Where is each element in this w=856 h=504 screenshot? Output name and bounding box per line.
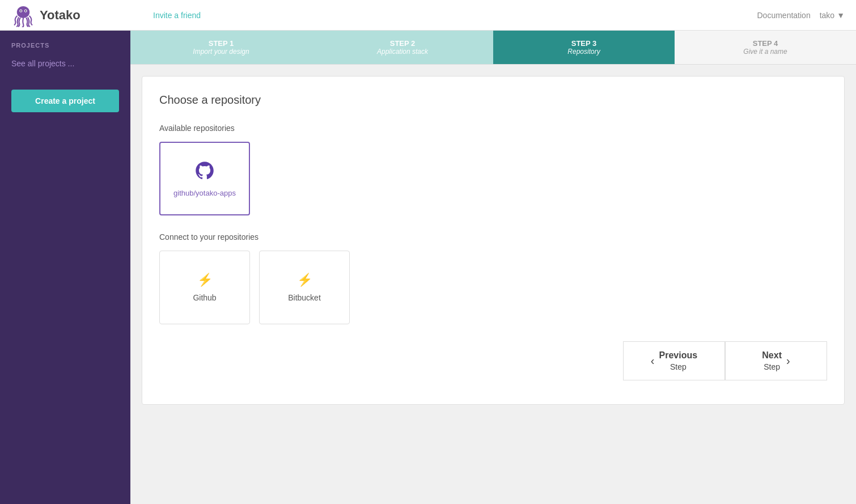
- previous-step-button[interactable]: ‹ Previous Step: [623, 341, 725, 380]
- connect-github-tile[interactable]: ⚡ Github: [159, 251, 250, 324]
- nav-buttons: ‹ Previous Step Next Step ›: [159, 341, 827, 380]
- svg-point-3: [20, 10, 22, 12]
- step-4[interactable]: STEP 4 Give it a name: [675, 31, 856, 64]
- sidebar: PROJECTS See all projects ... Create a p…: [0, 31, 130, 504]
- connect-github-label: Github: [193, 293, 216, 302]
- next-btn-label: Next Step: [762, 350, 782, 372]
- top-nav: Yotako Invite a friend Documentation tak…: [0, 0, 856, 31]
- nav-right: Documentation tako ▼: [757, 11, 845, 20]
- content-area: Choose a repository Available repositori…: [130, 65, 856, 504]
- step-1[interactable]: STEP 1 Import your design: [130, 31, 312, 64]
- step-4-number: STEP 4: [753, 39, 778, 48]
- user-name: tako: [820, 11, 834, 20]
- step-3-number: STEP 3: [571, 39, 597, 48]
- user-menu[interactable]: tako ▼: [820, 11, 845, 20]
- next-arrow-icon: ›: [786, 354, 790, 367]
- next-btn-top: Next: [762, 350, 782, 362]
- step-3[interactable]: STEP 3 Repository: [493, 31, 675, 64]
- bitbucket-connect-icon: ⚡: [297, 273, 312, 287]
- layout: PROJECTS See all projects ... Create a p…: [0, 31, 856, 504]
- see-all-projects-link[interactable]: See all projects ...: [0, 54, 130, 73]
- github-icon: [194, 160, 215, 183]
- content-card: Choose a repository Available repositori…: [142, 76, 845, 405]
- github-connect-icon: ⚡: [197, 273, 213, 287]
- nav-center: Invite a friend: [142, 10, 757, 20]
- invite-friend-link[interactable]: Invite a friend: [153, 11, 201, 20]
- prev-btn-top: Previous: [659, 350, 698, 362]
- svg-point-0: [17, 6, 29, 18]
- main-content: STEP 1 Import your design STEP 2 Applica…: [130, 31, 856, 504]
- prev-arrow-icon: ‹: [651, 354, 655, 367]
- prev-btn-label: Previous Step: [659, 350, 698, 372]
- step-1-number: STEP 1: [209, 39, 234, 48]
- step-4-name: Give it a name: [743, 48, 787, 56]
- connect-bitbucket-tile[interactable]: ⚡ Bitbucket: [259, 251, 350, 324]
- connect-tiles-list: ⚡ Github ⚡ Bitbucket: [159, 251, 827, 324]
- repo-tile-github-yotako[interactable]: github/yotako-apps: [159, 142, 250, 215]
- repo-tile-name: github/yotako-apps: [173, 189, 236, 197]
- step-2-name: Application stack: [377, 48, 428, 56]
- step-2[interactable]: STEP 2 Application stack: [312, 31, 493, 64]
- logo-area: Yotako: [11, 3, 142, 27]
- prev-btn-bottom: Step: [670, 362, 687, 372]
- user-chevron-icon: ▼: [837, 11, 845, 20]
- available-repos-list: github/yotako-apps: [159, 142, 827, 215]
- sidebar-section-title: PROJECTS: [0, 42, 130, 54]
- create-project-button[interactable]: Create a project: [11, 90, 119, 112]
- next-btn-bottom: Step: [764, 362, 780, 372]
- logo-icon: [11, 3, 35, 27]
- step-3-name: Repository: [567, 48, 600, 56]
- step-1-name: Import your design: [193, 48, 249, 56]
- steps-bar: STEP 1 Import your design STEP 2 Applica…: [130, 31, 856, 65]
- available-repos-label: Available repositories: [159, 124, 827, 133]
- logo-text: Yotako: [40, 8, 80, 23]
- connect-repos-label: Connect to your repositories: [159, 232, 827, 242]
- documentation-link[interactable]: Documentation: [757, 11, 811, 20]
- svg-point-4: [25, 10, 27, 12]
- step-2-number: STEP 2: [390, 39, 416, 48]
- page-title: Choose a repository: [159, 94, 827, 107]
- next-step-button[interactable]: Next Step ›: [725, 341, 827, 380]
- connect-bitbucket-label: Bitbucket: [288, 293, 321, 302]
